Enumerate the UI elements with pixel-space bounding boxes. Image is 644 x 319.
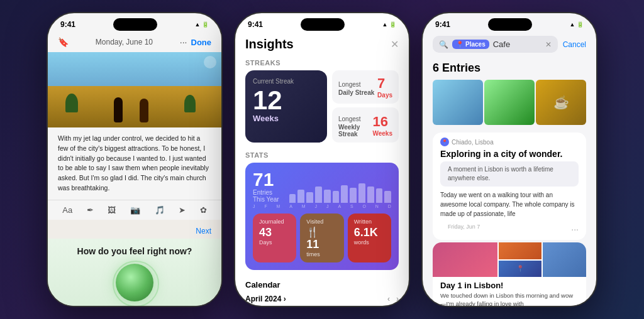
close-button[interactable]: ✕ <box>391 38 399 50</box>
streaks-row: Current Streak 12 Weeks Longest Daily St… <box>235 70 409 149</box>
more-tools-icon[interactable]: ✿ <box>200 205 207 215</box>
time-2: 9:41 <box>248 20 263 29</box>
longest-daily-unit: Days <box>377 92 392 99</box>
calendar-section: Calendar April 2024 › ‹ › SUN MON TUE WE… <box>235 275 409 307</box>
visited-value: 11 <box>306 238 337 251</box>
status-bar-3: 9:41 ▲ 🔋 <box>423 13 596 33</box>
written-value: 6.1K <box>354 226 385 239</box>
entries-count: 6 Entries <box>423 58 596 80</box>
status-icons-1: ▲ 🔋 <box>195 21 209 28</box>
next-section: Next <box>48 220 221 239</box>
search-bar-row: 🔍 📍 Places Cafe ✕ Cancel <box>423 33 596 58</box>
next-label[interactable]: Next <box>196 227 211 235</box>
next-month-button[interactable]: › <box>396 295 399 303</box>
entry-card-1[interactable]: 📍 Chiado, Lisboa Exploring in a city of … <box>433 132 586 240</box>
written-unit: words <box>354 239 385 246</box>
longest-weekly-value: 16 <box>372 114 392 130</box>
longest-weekly-unit: Weeks <box>372 130 392 137</box>
phone-2: 9:41 ▲ 🔋 Insights ✕ Streaks Current Stre… <box>234 12 410 307</box>
bookmark-icon[interactable]: 🔖 <box>58 37 69 47</box>
photo-2 <box>484 80 535 125</box>
status-icons-3: ▲ 🔋 <box>570 21 584 28</box>
written-badge: Written 6.1K words <box>348 214 391 262</box>
stats-card: 71 EntriesThis Year <box>245 163 399 270</box>
mood-orb[interactable] <box>116 264 153 301</box>
entries-value: 71 <box>253 170 279 189</box>
search-places-tag[interactable]: 📍 Places <box>452 40 489 49</box>
mood-question: How do you feel right now? <box>58 246 211 256</box>
status-icons-2: ▲ 🔋 <box>382 21 396 28</box>
search-query[interactable]: Cafe <box>493 40 541 49</box>
longest-daily-value: 7 <box>377 75 392 92</box>
entry-title-2: Day 1 in Lisbon! <box>433 277 586 291</box>
stats-chart <box>289 181 391 203</box>
stats-section: 71 EntriesThis Year <box>235 163 409 275</box>
time-1: 9:41 <box>60 20 75 29</box>
journal-header: 🔖 Monday, June 10 ··· Done <box>48 33 221 52</box>
markup-icon[interactable]: ✒ <box>87 205 94 215</box>
camera-icon[interactable]: 📷 <box>130 205 140 215</box>
font-icon[interactable]: Aa <box>62 205 72 215</box>
longest-weekly-card: Longest Weekly Streak 16 Weeks <box>332 107 399 143</box>
current-streak-card: Current Streak 12 Weeks <box>245 70 327 143</box>
streak-right-cards: Longest Daily Streak 7 Days Longest Week… <box>332 70 399 143</box>
entry-excerpt-1: A moment in Lisbon is worth a lifetime a… <box>440 161 579 187</box>
journal-toolbar: Aa ✒ 🖼 📷 🎵 ➤ ✿ <box>48 200 221 220</box>
mood-section: How do you feel right now? Slightly Plea… <box>48 239 221 308</box>
stats-label: Stats <box>235 149 409 163</box>
journal-photo <box>48 52 221 127</box>
current-streak-label: Current Streak <box>253 78 319 85</box>
journal-text: With my jet lag under control, we decide… <box>48 127 221 200</box>
journaled-badge: Journaled 43 Days <box>253 214 296 262</box>
current-streak-unit: Weeks <box>253 114 319 123</box>
photo-1 <box>433 80 483 125</box>
places-tag-label: Places <box>465 41 486 48</box>
phones-container: 9:41 ▲ 🔋 🔖 Monday, June 10 ··· Done <box>0 0 644 319</box>
entry-body-1: Today we went on a walking tour with an … <box>433 190 586 224</box>
longest-daily-card: Longest Daily Streak 7 Days <box>332 70 399 104</box>
journaled-value: 43 <box>259 226 290 239</box>
done-button[interactable]: Done <box>191 38 212 47</box>
journaled-unit: Days <box>259 239 290 246</box>
insights-title: Insights <box>245 37 294 51</box>
search-icon: 🔍 <box>439 40 448 49</box>
visited-badge: Visited 🍴 11 times <box>300 214 343 262</box>
entry-card-2[interactable]: 📍 Day 1 in Lisbon! We touched down in Li… <box>433 242 586 307</box>
entry-date-1: Friday, Jun 7 <box>440 224 487 235</box>
stats-badges: Journaled 43 Days Visited 🍴 11 times Wri… <box>253 214 391 262</box>
insights-header: Insights ✕ <box>235 33 409 57</box>
streaks-label: Streaks <box>235 57 409 70</box>
prev-month-button[interactable]: ‹ <box>387 295 390 303</box>
search-bar[interactable]: 🔍 📍 Places Cafe ✕ <box>433 36 558 53</box>
status-bar-1: 9:41 ▲ 🔋 <box>48 13 221 33</box>
calendar-title: Calendar <box>245 280 280 289</box>
search-clear-button[interactable]: ✕ <box>545 40 552 49</box>
entry-title-1: Exploring in a city of wonder. <box>433 149 586 161</box>
visited-unit: times <box>306 251 337 257</box>
cancel-search-button[interactable]: Cancel <box>563 40 586 49</box>
time-3: 9:41 <box>435 20 450 29</box>
journal-date: Monday, June 10 <box>96 38 153 46</box>
phone-3: 9:41 ▲ 🔋 🔍 📍 Places Cafe ✕ Cancel 6 Entr… <box>421 12 597 307</box>
calendar-month: April 2024 › <box>245 295 286 303</box>
entry-location: 📍 Chiado, Lisboa <box>433 132 586 149</box>
more-icon[interactable]: ··· <box>180 37 187 47</box>
current-streak-value: 12 <box>253 87 282 114</box>
photo-icon[interactable]: 🖼 <box>108 205 116 215</box>
photo-3: ☕ <box>536 80 586 125</box>
audio-icon[interactable]: 🎵 <box>155 205 165 215</box>
entry-body-2: We touched down in Lisbon this morning a… <box>433 291 586 307</box>
location-icon[interactable]: ➤ <box>179 205 186 215</box>
status-bar-2: 9:41 ▲ 🔋 <box>235 13 409 33</box>
pin-icon: 📍 <box>456 41 464 48</box>
photo-grid: ☕ <box>423 80 596 130</box>
phone-1: 9:41 ▲ 🔋 🔖 Monday, June 10 ··· Done <box>47 12 223 307</box>
entry-more-icon[interactable]: ··· <box>571 224 579 234</box>
entries-sublabel: EntriesThis Year <box>253 189 279 203</box>
